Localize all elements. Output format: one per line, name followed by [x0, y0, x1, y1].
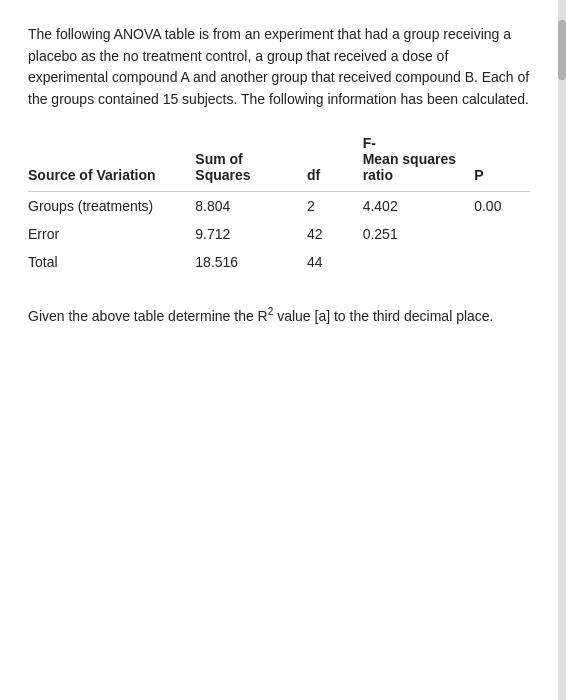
header-ss: Sum of Squares [195, 131, 307, 192]
header-p: P [474, 131, 530, 192]
cell-source: Total [28, 248, 195, 276]
cell-ss: 18.516 [195, 248, 307, 276]
cell-ss: 8.804 [195, 191, 307, 220]
cell-df: 2 [307, 191, 363, 220]
footer-text-end: value [a] to the third decimal place. [273, 307, 493, 323]
header-df: df [307, 131, 363, 192]
main-content: The following ANOVA table is from an exp… [0, 0, 558, 700]
cell-p: 0.00 [474, 191, 530, 220]
cell-p [474, 220, 530, 248]
cell-df: 44 [307, 248, 363, 276]
cell-source: Error [28, 220, 195, 248]
footer-paragraph: Given the above table determine the R2 v… [28, 304, 530, 327]
cell-df: 42 [307, 220, 363, 248]
footer-text-main: Given the above table determine the R [28, 307, 268, 323]
table-row: Error9.712420.251 [28, 220, 530, 248]
cell-ms [363, 248, 475, 276]
header-source: Source of Variation [28, 131, 195, 192]
table-row: Groups (treatments)8.80424.4020.00 [28, 191, 530, 220]
cell-ms: 4.402 [363, 191, 475, 220]
cell-ms: 0.251 [363, 220, 475, 248]
anova-table: Source of Variation Sum of Squares df F-… [28, 131, 530, 276]
scrollbar[interactable] [558, 0, 566, 700]
intro-paragraph: The following ANOVA table is from an exp… [28, 24, 530, 111]
cell-source: Groups (treatments) [28, 191, 195, 220]
cell-ss: 9.712 [195, 220, 307, 248]
cell-p [474, 248, 530, 276]
header-ms: F-Mean squares ratio [363, 131, 475, 192]
scrollbar-thumb[interactable] [558, 20, 566, 80]
table-row: Total18.51644 [28, 248, 530, 276]
